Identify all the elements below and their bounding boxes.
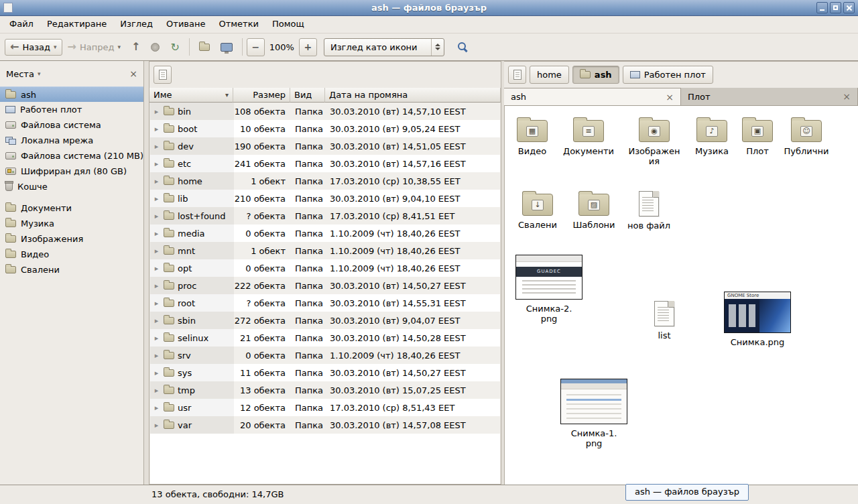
sidebar-close-icon[interactable]: × — [129, 68, 137, 79]
expander-icon[interactable]: ▸ — [153, 369, 160, 377]
icon-view-item[interactable]: нов файл — [622, 191, 676, 231]
file-row[interactable]: ▸root? обектаПапка30.03.2010 (вт) 14,55,… — [150, 294, 500, 312]
icon-view-item[interactable]: GNOME StoreСнимка.png — [723, 292, 792, 347]
sidebar-item[interactable]: Документи — [0, 200, 143, 216]
path-button-ash[interactable]: ash — [572, 66, 619, 84]
file-row[interactable]: ▸srv0 обектаПапка1.10.2009 (чт) 18,40,26… — [150, 346, 500, 364]
file-row[interactable]: ▸sys11 обектаПапка30.03.2010 (вт) 14,50,… — [150, 364, 500, 381]
icon-view-item[interactable]: ≡Документи — [562, 115, 615, 156]
file-row[interactable]: ▸tmp13 обектаПапка30.03.2010 (вт) 15,07,… — [150, 381, 500, 399]
toggle-location-entry-button[interactable] — [508, 66, 526, 84]
computer-button[interactable] — [215, 40, 238, 55]
icon-view-item[interactable]: GUADECСнимка-2.png — [514, 255, 584, 324]
sidebar-item[interactable]: Файлова система (210 MB) — [0, 148, 143, 164]
sidebar-item[interactable]: Кошче — [0, 179, 143, 194]
menu-item[interactable]: Помощ — [265, 16, 311, 33]
expander-icon[interactable]: ▸ — [153, 386, 160, 395]
file-row[interactable]: ▸boot10 обектаПапка30.03.2010 (вт) 9,05,… — [150, 120, 500, 137]
back-dropdown-icon[interactable]: ▾ — [54, 44, 57, 50]
menu-item[interactable]: Файл — [3, 16, 40, 33]
sidebar-item[interactable]: Локална мрежа — [0, 133, 143, 148]
file-row[interactable]: ▸mnt1 обектПапка1.10.2009 (чт) 18,40,26 … — [150, 242, 500, 259]
expander-icon[interactable]: ▸ — [153, 160, 160, 168]
expander-icon[interactable]: ▸ — [153, 403, 160, 412]
file-row[interactable]: ▸var20 обектаПапка30.03.2010 (вт) 14,57,… — [150, 416, 500, 434]
tab-ash[interactable]: ash × — [504, 88, 681, 105]
search-button[interactable] — [452, 39, 473, 55]
zoom-in-button[interactable]: + — [299, 38, 317, 56]
expander-icon[interactable]: ▸ — [153, 142, 160, 151]
icon-view-item[interactable]: ▦Видео — [505, 115, 559, 156]
sidebar-item[interactable]: Файлова система — [0, 117, 143, 133]
file-row[interactable]: ▸lost+found? обектаПапка17.03.2010 (ср) … — [150, 207, 500, 225]
sidebar-item[interactable]: Изображения — [0, 231, 143, 247]
file-row[interactable]: ▸opt0 обектаПапка1.10.2009 (чт) 18,40,26… — [150, 259, 500, 277]
back-button[interactable]: ← Назад ▾ — [5, 39, 62, 56]
expander-icon[interactable]: ▸ — [153, 316, 160, 325]
home-button[interactable] — [194, 40, 215, 54]
sidebar-item[interactable]: Шифриран дял (80 GB) — [0, 164, 143, 179]
tab-plot[interactable]: Плот × — [681, 88, 858, 105]
column-header-size[interactable]: Размер — [233, 88, 290, 103]
menu-item[interactable]: Отметки — [212, 16, 265, 33]
menu-item[interactable]: Отиване — [160, 16, 212, 33]
expander-icon[interactable]: ▸ — [153, 107, 160, 116]
stop-button[interactable] — [145, 40, 165, 55]
icon-view-item[interactable]: ☺Публични — [780, 115, 833, 156]
sidebar-item[interactable]: ash — [0, 86, 143, 102]
sidebar-item[interactable]: Свалени — [0, 262, 143, 277]
file-row[interactable]: ▸media0 обектаПапка1.10.2009 (чт) 18,40,… — [150, 225, 500, 242]
sidebar-dropdown-icon[interactable]: ▾ — [38, 70, 41, 77]
sidebar-item[interactable]: Видео — [0, 247, 143, 262]
icon-view-item[interactable]: ▣Плот — [731, 115, 784, 156]
maximize-button[interactable] — [830, 2, 841, 13]
file-row[interactable]: ▸bin108 обектаПапка30.03.2010 (вт) 14,57… — [150, 103, 500, 120]
icon-view-item[interactable]: ◉Изображения — [627, 115, 681, 167]
view-mode-select[interactable]: Изглед като икони — [324, 38, 444, 56]
sidebar-item[interactable]: Работен плот — [0, 102, 143, 117]
forward-button[interactable]: → Напред ▾ — [62, 39, 126, 56]
file-row[interactable]: ▸etc241 обектаПапка30.03.2010 (вт) 14,57… — [150, 155, 500, 172]
expander-icon[interactable]: ▸ — [153, 247, 160, 255]
toggle-location-entry-button[interactable] — [154, 66, 172, 84]
file-row[interactable]: ▸usr12 обектаПапка17.03.2010 (ср) 8,51,4… — [150, 399, 500, 416]
icon-view-item[interactable]: Снимка-1.png — [559, 379, 629, 449]
file-row[interactable]: ▸selinux21 обектаПапка30.03.2010 (вт) 14… — [150, 329, 500, 346]
expander-icon[interactable]: ▸ — [153, 229, 160, 238]
expander-icon[interactable]: ▸ — [153, 125, 160, 133]
expander-icon[interactable]: ▸ — [153, 177, 160, 186]
file-row[interactable]: ▸dev190 обектаПапка30.03.2010 (вт) 14,51… — [150, 137, 500, 155]
file-row[interactable]: ▸home1 обектПапка17.03.2010 (ср) 10,38,5… — [150, 172, 500, 190]
column-header-date[interactable]: Дата на промяна — [325, 88, 501, 103]
tab-close-icon[interactable]: × — [666, 92, 674, 103]
sidebar-title[interactable]: Места — [6, 69, 34, 79]
path-button-home[interactable]: home — [530, 66, 569, 84]
icon-view-item[interactable]: list — [637, 301, 691, 340]
tab-close-icon[interactable]: × — [843, 91, 851, 102]
menu-item[interactable]: Редактиране — [40, 16, 113, 33]
reload-button[interactable]: ↻ — [165, 38, 184, 57]
minimize-button[interactable] — [816, 2, 828, 13]
expander-icon[interactable]: ▸ — [153, 212, 160, 220]
titlebar[interactable]: ash — файлов браузър — [0, 0, 858, 16]
file-row[interactable]: ▸lib210 обектаПапка30.03.2010 (вт) 9,04,… — [150, 190, 500, 207]
expander-icon[interactable]: ▸ — [153, 264, 160, 273]
file-row[interactable]: ▸sbin272 обектаПапка30.03.2010 (вт) 9,04… — [150, 312, 500, 329]
combo-spin-icon[interactable] — [431, 39, 444, 56]
file-row[interactable]: ▸proc222 обектаПапка30.03.2010 (вт) 14,5… — [150, 277, 500, 294]
close-button[interactable] — [843, 2, 855, 13]
up-button[interactable]: ↑ — [126, 39, 145, 55]
menu-item[interactable]: Изглед — [113, 16, 160, 33]
expander-icon[interactable]: ▸ — [153, 334, 160, 342]
expander-icon[interactable]: ▸ — [153, 351, 160, 360]
zoom-out-button[interactable]: − — [247, 38, 265, 56]
path-button-desktop[interactable]: Работен плот — [623, 66, 713, 84]
expander-icon[interactable]: ▸ — [153, 421, 160, 430]
icon-view-item[interactable]: ↓Свалени — [511, 189, 564, 230]
icon-view-item[interactable]: ▨Шаблони — [567, 189, 621, 230]
sidebar-item[interactable]: Музика — [0, 216, 143, 231]
column-header-name[interactable]: Име ▾ — [149, 88, 233, 103]
expander-icon[interactable]: ▸ — [153, 194, 160, 203]
expander-icon[interactable]: ▸ — [153, 281, 160, 290]
expander-icon[interactable]: ▸ — [153, 299, 160, 308]
